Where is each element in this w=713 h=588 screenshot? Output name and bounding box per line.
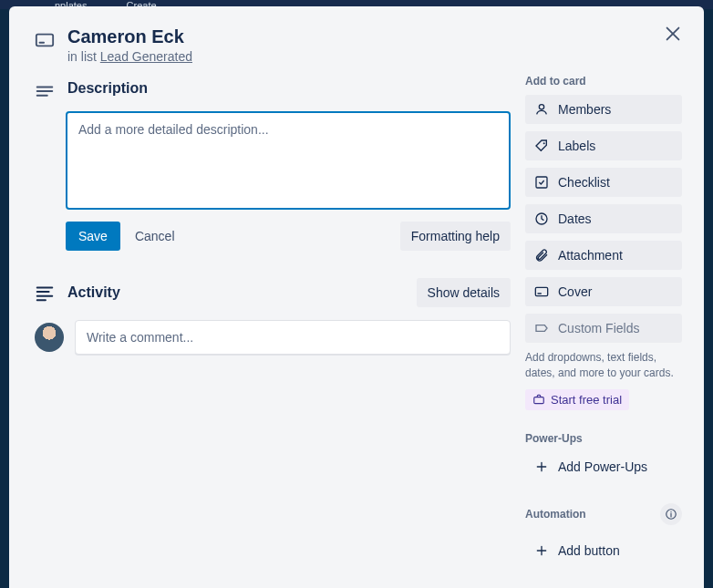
- close-icon: [663, 24, 683, 44]
- automation-info-button[interactable]: [660, 503, 682, 525]
- card-subtitle: in list Lead Generated: [67, 49, 192, 64]
- plus-icon: [534, 459, 549, 474]
- description-icon: [35, 82, 55, 102]
- start-trial-button[interactable]: Start free trial: [525, 389, 629, 410]
- labels-button[interactable]: Labels: [525, 131, 682, 160]
- cancel-button[interactable]: Cancel: [135, 229, 175, 243]
- checklist-button[interactable]: Checklist: [525, 168, 682, 197]
- add-to-card-heading: Add to card: [525, 75, 682, 88]
- cover-icon: [534, 284, 549, 299]
- attachment-icon: [534, 248, 549, 263]
- custom-fields-icon: [534, 321, 549, 335]
- custom-fields-note: Add dropdowns, text fields, dates, and m…: [525, 350, 682, 382]
- svg-point-2: [539, 105, 543, 109]
- description-heading: Description: [67, 80, 148, 102]
- save-button[interactable]: Save: [66, 222, 120, 251]
- svg-rect-1: [39, 42, 45, 44]
- svg-rect-7: [537, 293, 542, 294]
- activity-icon: [35, 283, 55, 303]
- list-link[interactable]: Lead Generated: [100, 49, 192, 64]
- close-button[interactable]: [658, 19, 687, 48]
- comment-input[interactable]: Write a comment...: [75, 320, 511, 355]
- briefcase-icon: [532, 393, 545, 406]
- powerups-heading: Power-Ups: [525, 432, 682, 445]
- attachment-button[interactable]: Attachment: [525, 241, 682, 270]
- automation-heading: Automation: [525, 508, 586, 521]
- members-icon: [534, 102, 549, 117]
- card-title[interactable]: Cameron Eck: [67, 26, 192, 47]
- custom-fields-button[interactable]: Custom Fields: [525, 314, 682, 343]
- avatar[interactable]: [35, 323, 64, 352]
- members-button[interactable]: Members: [525, 95, 682, 124]
- description-input[interactable]: [66, 111, 511, 210]
- info-icon: [665, 508, 677, 521]
- add-automation-button[interactable]: Add button: [525, 536, 682, 565]
- svg-rect-8: [534, 397, 544, 404]
- svg-rect-0: [36, 35, 53, 46]
- checklist-icon: [534, 175, 549, 190]
- svg-rect-4: [536, 177, 547, 188]
- activity-heading: Activity: [67, 284, 120, 301]
- svg-rect-6: [535, 287, 547, 295]
- dates-button[interactable]: Dates: [525, 204, 682, 233]
- card-modal: Cameron Eck in list Lead Generated Descr…: [9, 6, 704, 588]
- cover-button[interactable]: Cover: [525, 277, 682, 306]
- dates-icon: [534, 211, 549, 226]
- add-powerups-button[interactable]: Add Power-Ups: [525, 452, 682, 481]
- svg-point-3: [543, 142, 545, 144]
- show-details-button[interactable]: Show details: [417, 278, 511, 307]
- formatting-help-button[interactable]: Formatting help: [400, 222, 511, 251]
- plus-icon: [534, 543, 549, 558]
- labels-icon: [534, 139, 549, 153]
- card-icon: [35, 30, 55, 50]
- svg-point-10: [670, 511, 671, 512]
